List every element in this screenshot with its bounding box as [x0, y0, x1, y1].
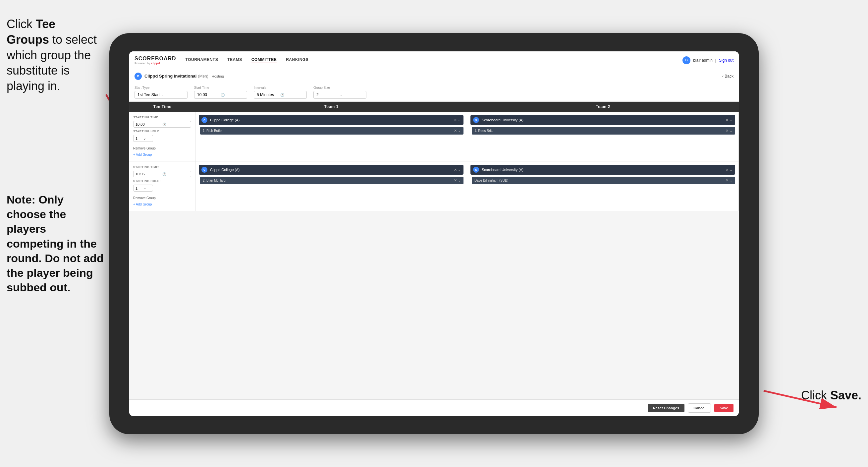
group2-time-input[interactable]: 10:05 🕐 [133, 171, 191, 177]
player2-name: 1. Rees Britt [474, 129, 725, 133]
instruction-text: Click Tee Groups to select which group t… [0, 10, 106, 101]
avatar: B [682, 56, 690, 64]
start-type-arrow: ⌄ [161, 93, 185, 97]
group1-actions: Remove Group + Add Group [133, 146, 191, 157]
start-time-input[interactable]: 10:00 🕐 [194, 91, 247, 99]
start-type-field: Start Type 1st Tee Start ⌄ [134, 86, 187, 99]
group1-sidebar: STARTING TIME: 10:00 🕐 STARTING HOLE: 1 … [129, 112, 195, 161]
hole-arrow: ⌄ [143, 136, 151, 141]
breadcrumb-icon: B [134, 72, 142, 80]
navbar-right: B blair admin | Sign out [682, 56, 734, 64]
signout-link[interactable]: Sign out [719, 58, 734, 63]
reset-changes-button[interactable]: Reset Changes [648, 404, 684, 412]
group1-team2-card[interactable]: S Scoreboard University (A) ✕ ⌄ [470, 115, 735, 125]
intervals-value: 5 Minutes [257, 92, 280, 97]
sub-header: B Clippd Spring Invitational (Men) Hosti… [129, 69, 739, 83]
team2-header: Team 2 [467, 105, 739, 109]
clock-icon-2: 🕐 [162, 172, 189, 176]
table-header: Tee Time Team 1 Team 2 [129, 102, 739, 112]
nav-committee[interactable]: COMMITTEE [251, 57, 277, 63]
group2-start-time-label: STARTING TIME: [133, 166, 191, 169]
main-content: STARTING TIME: 10:00 🕐 STARTING HOLE: 1 … [129, 112, 739, 399]
note-text: Note: Only choose the players competing … [0, 185, 113, 301]
group2-player1[interactable]: 2. Blair McHarg ✕ ⌄ [200, 177, 464, 184]
nav-rankings[interactable]: RANKINGS [286, 57, 308, 63]
group2-hole-input[interactable]: 1 ⌄ [133, 185, 153, 192]
logo-text: SCOREBOARD [134, 56, 176, 62]
clock-icon: 🕐 [221, 93, 244, 97]
start-time-label: Start Time [194, 86, 247, 89]
save-button[interactable]: Save [714, 404, 734, 412]
group-size-input[interactable]: 2 ⌄ [313, 91, 366, 99]
group1-time-value: 10:00 [135, 122, 162, 126]
hosting-badge: Hosting [212, 74, 224, 78]
app-logo: SCOREBOARD Powered by clippd [134, 56, 176, 65]
group2-team1-col: C Clippd College (A) ✕ ⌄ 2. Blair McHarg… [195, 162, 467, 211]
group1-time-input[interactable]: 10:00 🕐 [133, 121, 191, 127]
start-time-field: Start Time 10:00 🕐 [194, 86, 247, 99]
navbar: SCOREBOARD Powered by clippd TOURNAMENTS… [129, 51, 739, 69]
start-time-value: 10:00 [197, 92, 221, 97]
group2-player1-name: 2. Blair McHarg [203, 179, 454, 182]
add-group-1-btn[interactable]: + Add Group [133, 152, 191, 157]
tee-group-2: STARTING TIME: 10:05 🕐 STARTING HOLE: 1 … [129, 162, 739, 211]
group1-team2-col: S Scoreboard University (A) ✕ ⌄ 1. Rees … [467, 112, 739, 161]
tee-time-header: Tee Time [129, 105, 195, 109]
group1-team1-card[interactable]: C Clippd College (A) ✕ ⌄ [199, 115, 464, 125]
group2-player2-name: Dave Billingham (SUB) [474, 179, 725, 182]
start-type-input[interactable]: 1st Tee Start ⌄ [134, 91, 187, 99]
group-size-label: Group Size [313, 86, 366, 89]
group2-hole-label: STARTING HOLE: [133, 179, 191, 183]
team2-actions: ✕ ⌄ [725, 118, 733, 122]
group2-sidebar: STARTING TIME: 10:05 🕐 STARTING HOLE: 1 … [129, 162, 195, 211]
group1-hole-input[interactable]: 1 ⌄ [133, 135, 153, 142]
divider: | [715, 58, 716, 63]
group1-start-time-label: STARTING TIME: [133, 116, 191, 119]
intervals-icon: 🕐 [280, 93, 304, 97]
remove-group-1-btn[interactable]: Remove Group [133, 146, 191, 151]
bottom-action-bar: Reset Changes Cancel Save [129, 399, 739, 416]
nav-teams[interactable]: TEAMS [227, 57, 242, 63]
add-group-2-btn[interactable]: + Add Group [133, 202, 191, 207]
group2-team2-card[interactable]: S Scoreboard University (A) ✕ ⌄ [470, 165, 735, 175]
start-type-value: 1st Tee Start [137, 92, 161, 97]
group2-team2-actions: ✕ ⌄ [725, 168, 733, 172]
user-label: blair admin [693, 58, 713, 63]
clock-icon-1: 🕐 [162, 123, 189, 126]
main-nav: TOURNAMENTS TEAMS COMMITTEE RANKINGS [186, 57, 683, 63]
cancel-button[interactable]: Cancel [688, 403, 711, 413]
group-size-field: Group Size 2 ⌄ [313, 86, 366, 99]
remove-group-2-btn[interactable]: Remove Group [133, 196, 191, 201]
team1-header: Team 1 [195, 105, 467, 109]
group1-player1[interactable]: 1. Rich Butler ✕ ⌄ [200, 127, 464, 135]
click-save-label: Click Save. [801, 388, 861, 402]
event-name: Clippd Spring Invitational [145, 74, 196, 79]
team1-icon: C [202, 117, 207, 123]
back-button[interactable]: ‹ Back [722, 74, 734, 79]
brand-name: clippd [151, 62, 160, 65]
group2-player2[interactable]: Dave Billingham (SUB) ✕ ⌄ [472, 177, 735, 184]
player2-actions: ✕ ⌄ [725, 128, 733, 133]
group2-team2-col: S Scoreboard University (A) ✕ ⌄ Dave Bil… [467, 162, 739, 211]
team1-actions: ✕ ⌄ [454, 118, 461, 122]
nav-tournaments[interactable]: TOURNAMENTS [186, 57, 218, 63]
group1-hole-value: 1 [135, 137, 143, 141]
group2-team1-name: Clippd College (A) [210, 168, 454, 172]
hole-arrow-2: ⌄ [143, 186, 151, 190]
team2-icon: S [473, 117, 479, 123]
event-gender: (Men) [198, 74, 208, 79]
group1-hole-label: STARTING HOLE: [133, 129, 191, 133]
group2-actions: Remove Group + Add Group [133, 196, 191, 207]
group1-team1-col: C Clippd College (A) ✕ ⌄ 1. Rich Butler … [195, 112, 467, 161]
group2-team1-card[interactable]: C Clippd College (A) ✕ ⌄ [199, 165, 464, 175]
team1-name: Clippd College (A) [210, 118, 454, 122]
group2-team2-name: Scoreboard University (A) [482, 168, 725, 172]
group1-player2[interactable]: 1. Rees Britt ✕ ⌄ [472, 127, 735, 135]
intervals-field: Intervals 5 Minutes 🕐 [254, 86, 307, 99]
group2-team1-actions: ✕ ⌄ [454, 168, 461, 172]
tablet-device: SCOREBOARD Powered by clippd TOURNAMENTS… [109, 33, 759, 434]
intervals-input[interactable]: 5 Minutes 🕐 [254, 91, 307, 99]
group2-time-value: 10:05 [135, 172, 162, 176]
group2-player1-actions: ✕ ⌄ [454, 178, 461, 183]
team2-name: Scoreboard University (A) [482, 118, 725, 122]
